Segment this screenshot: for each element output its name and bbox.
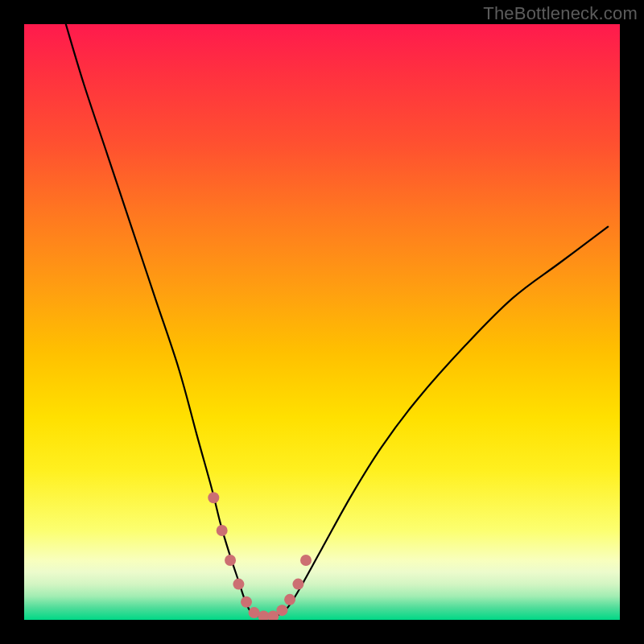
curve-marker <box>225 555 236 566</box>
chart-stage: TheBottleneck.com <box>0 0 644 644</box>
curve-marker <box>241 597 252 608</box>
watermark-text: TheBottleneck.com <box>483 3 638 24</box>
marker-group <box>208 492 312 620</box>
curve-marker <box>276 605 287 616</box>
plot-area <box>24 24 620 620</box>
curve-marker <box>300 555 312 566</box>
bottleneck-curve <box>66 24 608 617</box>
curve-marker <box>208 492 219 503</box>
curve-marker <box>292 579 303 590</box>
curve-marker <box>233 579 244 590</box>
curve-marker <box>284 594 295 605</box>
curve-marker <box>217 525 228 536</box>
curve-svg <box>24 24 620 620</box>
